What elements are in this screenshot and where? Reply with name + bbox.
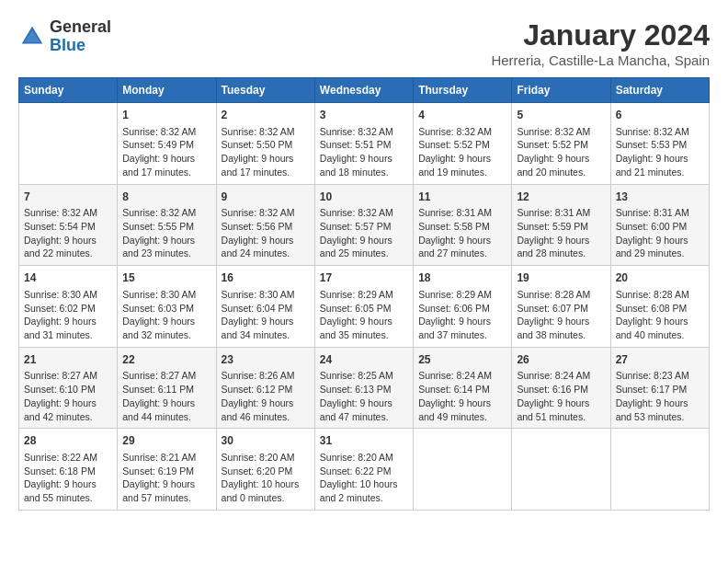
cell-info: Sunrise: 8:30 AM Sunset: 6:02 PM Dayligh…	[24, 288, 112, 342]
cell-info: Sunrise: 8:29 AM Sunset: 6:06 PM Dayligh…	[418, 288, 506, 342]
day-number: 8	[122, 190, 210, 205]
day-number: 25	[418, 352, 506, 368]
cell-info: Sunrise: 8:32 AM Sunset: 5:50 PM Dayligh…	[222, 125, 310, 179]
cell-info: Sunrise: 8:32 AM Sunset: 5:53 PM Dayligh…	[616, 125, 704, 179]
calendar-cell: 11Sunrise: 8:31 AM Sunset: 5:58 PM Dayli…	[414, 184, 512, 266]
calendar-cell: 24Sunrise: 8:25 AM Sunset: 6:13 PM Dayli…	[314, 347, 413, 429]
day-number: 12	[517, 190, 605, 205]
day-number: 4	[418, 108, 506, 123]
day-number: 24	[320, 352, 408, 368]
day-number: 30	[222, 433, 310, 449]
day-number: 1	[122, 108, 210, 123]
calendar-cell: 13Sunrise: 8:31 AM Sunset: 6:00 PM Dayli…	[610, 184, 709, 266]
day-number: 17	[320, 270, 408, 286]
calendar-week-row: 21Sunrise: 8:27 AM Sunset: 6:10 PM Dayli…	[19, 347, 710, 429]
day-number: 18	[418, 270, 506, 286]
calendar-cell: 25Sunrise: 8:24 AM Sunset: 6:14 PM Dayli…	[414, 347, 512, 429]
cell-info: Sunrise: 8:32 AM Sunset: 5:51 PM Dayligh…	[320, 125, 408, 179]
cell-info: Sunrise: 8:31 AM Sunset: 5:59 PM Dayligh…	[517, 206, 605, 260]
cell-info: Sunrise: 8:27 AM Sunset: 6:11 PM Dayligh…	[122, 369, 210, 423]
header-day: Thursday	[414, 78, 512, 103]
header-day: Wednesday	[314, 78, 413, 103]
cell-info: Sunrise: 8:24 AM Sunset: 6:14 PM Dayligh…	[418, 369, 506, 423]
day-number: 27	[616, 352, 704, 368]
day-number: 16	[222, 270, 310, 286]
cell-info: Sunrise: 8:32 AM Sunset: 5:52 PM Dayligh…	[517, 125, 605, 179]
day-number: 14	[24, 270, 112, 286]
calendar-cell: 30Sunrise: 8:20 AM Sunset: 6:20 PM Dayli…	[216, 429, 314, 511]
logo: General Blue	[18, 18, 111, 55]
calendar-cell: 23Sunrise: 8:26 AM Sunset: 6:12 PM Dayli…	[216, 347, 314, 429]
calendar-cell	[414, 429, 512, 511]
day-number: 2	[222, 108, 310, 123]
cell-info: Sunrise: 8:25 AM Sunset: 6:13 PM Dayligh…	[320, 369, 408, 423]
day-number: 21	[24, 352, 112, 368]
day-number: 10	[320, 190, 408, 205]
calendar-cell	[610, 429, 709, 511]
cell-info: Sunrise: 8:32 AM Sunset: 5:55 PM Dayligh…	[122, 206, 210, 260]
cell-info: Sunrise: 8:31 AM Sunset: 6:00 PM Dayligh…	[616, 206, 704, 260]
calendar-table: SundayMondayTuesdayWednesdayThursdayFrid…	[18, 77, 710, 511]
header-day: Monday	[118, 78, 216, 103]
calendar-body: 1Sunrise: 8:32 AM Sunset: 5:49 PM Daylig…	[19, 103, 710, 511]
calendar-week-row: 28Sunrise: 8:22 AM Sunset: 6:18 PM Dayli…	[19, 429, 710, 511]
calendar-cell: 17Sunrise: 8:29 AM Sunset: 6:05 PM Dayli…	[314, 266, 413, 348]
day-number: 22	[122, 352, 210, 368]
header-day: Sunday	[19, 78, 118, 103]
calendar-cell: 22Sunrise: 8:27 AM Sunset: 6:11 PM Dayli…	[118, 347, 216, 429]
calendar-cell: 16Sunrise: 8:30 AM Sunset: 6:04 PM Dayli…	[216, 266, 314, 348]
day-number: 26	[517, 352, 605, 368]
cell-info: Sunrise: 8:20 AM Sunset: 6:22 PM Dayligh…	[320, 451, 408, 505]
header-day: Saturday	[610, 78, 709, 103]
calendar-cell: 12Sunrise: 8:31 AM Sunset: 5:59 PM Dayli…	[512, 184, 610, 266]
calendar-cell: 3Sunrise: 8:32 AM Sunset: 5:51 PM Daylig…	[314, 103, 413, 185]
calendar-cell: 1Sunrise: 8:32 AM Sunset: 5:49 PM Daylig…	[118, 103, 216, 185]
calendar-cell: 29Sunrise: 8:21 AM Sunset: 6:19 PM Dayli…	[118, 429, 216, 511]
calendar-week-row: 7Sunrise: 8:32 AM Sunset: 5:54 PM Daylig…	[19, 184, 710, 266]
calendar-cell: 2Sunrise: 8:32 AM Sunset: 5:50 PM Daylig…	[216, 103, 314, 185]
calendar-week-row: 1Sunrise: 8:32 AM Sunset: 5:49 PM Daylig…	[19, 103, 710, 185]
calendar-cell	[512, 429, 610, 511]
calendar-cell: 21Sunrise: 8:27 AM Sunset: 6:10 PM Dayli…	[19, 347, 118, 429]
logo-text: General Blue	[50, 18, 111, 55]
calendar-cell: 18Sunrise: 8:29 AM Sunset: 6:06 PM Dayli…	[414, 266, 512, 348]
cell-info: Sunrise: 8:20 AM Sunset: 6:20 PM Dayligh…	[222, 451, 310, 505]
day-number: 13	[616, 190, 704, 205]
calendar-cell: 10Sunrise: 8:32 AM Sunset: 5:57 PM Dayli…	[314, 184, 413, 266]
cell-info: Sunrise: 8:32 AM Sunset: 5:57 PM Dayligh…	[320, 206, 408, 260]
calendar-cell: 5Sunrise: 8:32 AM Sunset: 5:52 PM Daylig…	[512, 103, 610, 185]
calendar-header: SundayMondayTuesdayWednesdayThursdayFrid…	[19, 78, 710, 103]
calendar-cell: 27Sunrise: 8:23 AM Sunset: 6:17 PM Dayli…	[610, 347, 709, 429]
day-number: 31	[320, 433, 408, 449]
cell-info: Sunrise: 8:27 AM Sunset: 6:10 PM Dayligh…	[24, 369, 112, 423]
day-number: 28	[24, 433, 112, 449]
cell-info: Sunrise: 8:24 AM Sunset: 6:16 PM Dayligh…	[517, 369, 605, 423]
calendar-cell: 9Sunrise: 8:32 AM Sunset: 5:56 PM Daylig…	[216, 184, 314, 266]
day-number: 6	[616, 108, 704, 123]
cell-info: Sunrise: 8:32 AM Sunset: 5:52 PM Dayligh…	[418, 125, 506, 179]
header-row: SundayMondayTuesdayWednesdayThursdayFrid…	[19, 78, 710, 103]
cell-info: Sunrise: 8:30 AM Sunset: 6:03 PM Dayligh…	[122, 288, 210, 342]
header-day: Tuesday	[216, 78, 314, 103]
header-day: Friday	[512, 78, 610, 103]
day-number: 15	[122, 270, 210, 286]
calendar-cell: 20Sunrise: 8:28 AM Sunset: 6:08 PM Dayli…	[610, 266, 709, 348]
cell-info: Sunrise: 8:28 AM Sunset: 6:07 PM Dayligh…	[517, 288, 605, 342]
calendar-cell: 6Sunrise: 8:32 AM Sunset: 5:53 PM Daylig…	[610, 103, 709, 185]
day-number: 5	[517, 108, 605, 123]
calendar-cell: 31Sunrise: 8:20 AM Sunset: 6:22 PM Dayli…	[314, 429, 413, 511]
calendar-cell	[19, 103, 118, 185]
logo-icon	[18, 23, 46, 51]
calendar-cell: 19Sunrise: 8:28 AM Sunset: 6:07 PM Dayli…	[512, 266, 610, 348]
cell-info: Sunrise: 8:31 AM Sunset: 5:58 PM Dayligh…	[418, 206, 506, 260]
day-number: 7	[24, 190, 112, 205]
cell-info: Sunrise: 8:23 AM Sunset: 6:17 PM Dayligh…	[616, 369, 704, 423]
calendar-cell: 14Sunrise: 8:30 AM Sunset: 6:02 PM Dayli…	[19, 266, 118, 348]
cell-info: Sunrise: 8:30 AM Sunset: 6:04 PM Dayligh…	[222, 288, 310, 342]
day-number: 9	[222, 190, 310, 205]
calendar-cell: 4Sunrise: 8:32 AM Sunset: 5:52 PM Daylig…	[414, 103, 512, 185]
cell-info: Sunrise: 8:21 AM Sunset: 6:19 PM Dayligh…	[122, 451, 210, 505]
cell-info: Sunrise: 8:22 AM Sunset: 6:18 PM Dayligh…	[24, 451, 112, 505]
month-title: January 2024	[491, 18, 710, 52]
calendar-cell: 8Sunrise: 8:32 AM Sunset: 5:55 PM Daylig…	[118, 184, 216, 266]
